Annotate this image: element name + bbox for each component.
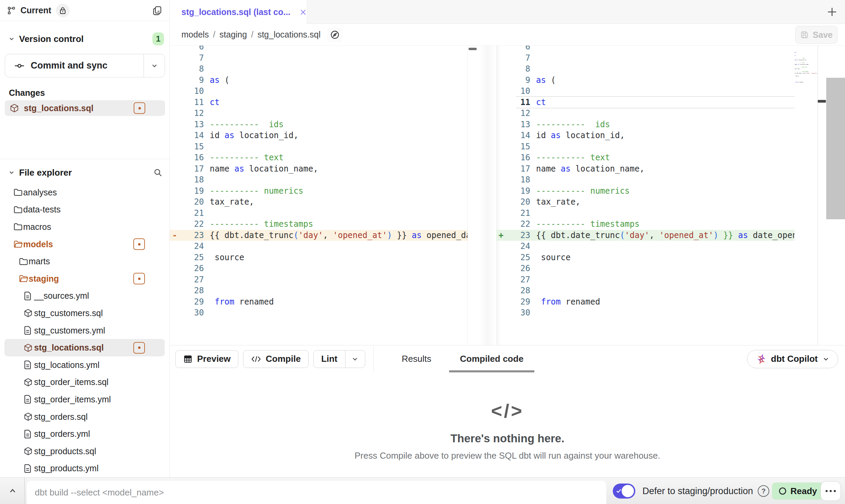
- code-line-19[interactable]: 19---------- numerics: [170, 186, 468, 197]
- commit-and-sync-main[interactable]: Commit and sync: [5, 54, 144, 77]
- code-line-20[interactable]: 20tax_rate,: [496, 196, 795, 208]
- code-line-15[interactable]: 15: [170, 141, 468, 152]
- defer-toggle[interactable]: [613, 484, 635, 499]
- tree-item-stg_customers.yml[interactable]: stg_customers.yml: [4, 322, 165, 339]
- close-icon[interactable]: [299, 9, 307, 16]
- code-line-14[interactable]: 14id as location_id,: [496, 130, 795, 141]
- code-line-24[interactable]: 24: [496, 241, 795, 252]
- status-badge[interactable]: Ready: [772, 483, 823, 500]
- code-line-27[interactable]: 27: [496, 274, 795, 285]
- code-line-22[interactable]: 22---------- timestamps: [170, 219, 468, 230]
- changes-file-row[interactable]: stg_locations.sql: [5, 100, 165, 116]
- file-explorer-header[interactable]: File explorer: [8, 166, 163, 179]
- tree-item-stg_order_items.sql[interactable]: stg_order_items.sql: [4, 374, 165, 391]
- pane-divider[interactable]: [468, 46, 496, 345]
- code-line-11[interactable]: 11ct: [170, 97, 468, 108]
- code-line-20[interactable]: 20tax_rate,: [170, 196, 468, 208]
- code-line-25[interactable]: 25 source: [170, 252, 468, 263]
- code-line-29[interactable]: 29 from renamed: [170, 296, 468, 308]
- tree-item-stg_products.sql[interactable]: stg_products.sql: [4, 443, 165, 460]
- chevron-up-icon[interactable]: [8, 487, 17, 495]
- tab-compiled-code[interactable]: Compiled code: [446, 345, 538, 372]
- code-line-28[interactable]: 28: [170, 285, 468, 296]
- code-line-8[interactable]: 8: [170, 63, 468, 75]
- more-options-button[interactable]: [820, 481, 841, 501]
- editor-scrollbar[interactable]: [826, 78, 845, 219]
- code-line-21[interactable]: 21: [170, 208, 468, 219]
- code-line-26[interactable]: 26: [170, 263, 468, 274]
- tab-results[interactable]: Results: [387, 345, 446, 372]
- code-line-12[interactable]: 12: [496, 108, 795, 119]
- compass-icon[interactable]: [327, 27, 342, 42]
- tree-item-stg_customers.sql[interactable]: stg_customers.sql: [4, 305, 165, 322]
- breadcrumb-models[interactable]: models: [181, 30, 209, 40]
- new-tab-icon[interactable]: [825, 5, 839, 19]
- search-icon[interactable]: [153, 168, 163, 177]
- tree-item-stg_products.yml[interactable]: stg_products.yml: [4, 460, 165, 477]
- commit-and-sync-button[interactable]: Commit and sync: [5, 54, 165, 77]
- breadcrumb-staging[interactable]: staging: [220, 30, 247, 40]
- code-line-10[interactable]: 10: [496, 86, 795, 97]
- diff-pane-modified[interactable]: 6789as (1011ct1213---------- ids14id as …: [496, 46, 795, 345]
- diff-pane-original[interactable]: 6789as (1011ct1213---------- ids14id as …: [170, 46, 468, 345]
- code-line-24[interactable]: 24: [170, 241, 468, 252]
- code-line-7[interactable]: 7: [496, 53, 795, 64]
- code-line-30[interactable]: 30: [170, 307, 468, 318]
- code-line-19[interactable]: 19---------- numerics: [496, 186, 795, 197]
- tree-item-data-tests[interactable]: data-tests: [4, 201, 165, 219]
- minimap[interactable]: as ( ct ---------- idsid as location_id,…: [795, 47, 817, 150]
- code-line-29[interactable]: 29 from renamed: [496, 296, 795, 308]
- code-line-17[interactable]: 17name as location_name,: [170, 163, 468, 175]
- code-line-9[interactable]: 9as (: [496, 75, 795, 86]
- help-icon[interactable]: ?: [758, 485, 769, 497]
- code-line-16[interactable]: 16---------- text: [496, 152, 795, 163]
- code-line-25[interactable]: 25 source: [496, 252, 795, 263]
- commit-options-dropdown[interactable]: [144, 54, 165, 77]
- tab-stg-locations[interactable]: stg_locations.sql (last co...: [170, 0, 307, 24]
- code-line-18[interactable]: 18: [496, 174, 795, 186]
- code-line-15[interactable]: 15: [496, 141, 795, 152]
- duplicate-icon[interactable]: [152, 5, 163, 16]
- command-input[interactable]: dbt build --select <model_name>: [27, 481, 606, 504]
- code-line-16[interactable]: 16---------- text: [170, 152, 468, 163]
- tree-item-__sources.yml[interactable]: __sources.yml: [4, 287, 165, 305]
- preview-button[interactable]: Preview: [175, 350, 238, 368]
- code-line-6[interactable]: 6: [496, 46, 795, 53]
- code-line-23[interactable]: -23{{ dbt.date_trunc('day', 'opened_at')…: [170, 230, 468, 241]
- code-line-11[interactable]: 11ct: [496, 97, 795, 108]
- tree-item-analyses[interactable]: analyses: [4, 184, 165, 201]
- breadcrumb-file[interactable]: stg_locations.sql: [257, 30, 321, 40]
- tree-item-models[interactable]: models: [4, 236, 165, 253]
- tree-item-stg_orders.yml[interactable]: stg_orders.yml: [4, 425, 165, 443]
- tree-item-macros[interactable]: macros: [4, 218, 165, 236]
- code-line-13[interactable]: 13---------- ids: [170, 119, 468, 130]
- tree-item-marts[interactable]: marts: [4, 253, 165, 270]
- tree-item-staging[interactable]: staging: [4, 270, 165, 287]
- code-line-7[interactable]: 7: [170, 53, 468, 64]
- save-button[interactable]: Save: [795, 26, 837, 44]
- code-line-6[interactable]: 6: [170, 46, 468, 53]
- tree-item-stg_locations.yml[interactable]: stg_locations.yml: [4, 356, 165, 374]
- code-line-17[interactable]: 17name as location_name,: [496, 163, 795, 175]
- tree-item-stg_orders.sql[interactable]: stg_orders.sql: [4, 408, 165, 426]
- tree-item-stg_order_items.yml[interactable]: stg_order_items.yml: [4, 391, 165, 408]
- code-line-26[interactable]: 26: [496, 263, 795, 274]
- code-line-22[interactable]: 22---------- timestamps: [496, 219, 795, 230]
- lint-button[interactable]: Lint: [314, 351, 345, 368]
- lint-options-dropdown[interactable]: [345, 351, 365, 368]
- scrollbar-thumb[interactable]: [469, 48, 477, 50]
- code-line-23[interactable]: +23{{ dbt.date_trunc('day', 'opened_at')…: [496, 230, 795, 241]
- compile-button[interactable]: Compile: [243, 350, 309, 368]
- code-line-14[interactable]: 14id as location_id,: [170, 130, 468, 141]
- code-line-12[interactable]: 12: [170, 108, 468, 119]
- code-line-30[interactable]: 30: [496, 307, 795, 318]
- code-line-8[interactable]: 8: [496, 63, 795, 75]
- code-line-21[interactable]: 21: [496, 208, 795, 219]
- code-line-13[interactable]: 13---------- ids: [496, 119, 795, 130]
- tree-item-stg_locations.sql[interactable]: stg_locations.sql: [4, 339, 165, 356]
- code-line-27[interactable]: 27: [170, 274, 468, 285]
- version-control-header[interactable]: Version control 1: [8, 32, 164, 46]
- dbt-copilot-button[interactable]: dbt Copilot: [747, 350, 838, 368]
- code-line-18[interactable]: 18: [170, 174, 468, 186]
- code-line-10[interactable]: 10: [170, 86, 468, 97]
